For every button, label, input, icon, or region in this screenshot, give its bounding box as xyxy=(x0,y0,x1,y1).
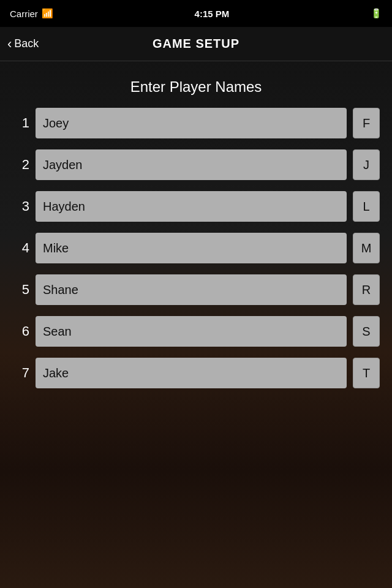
player-row: 3L xyxy=(12,191,380,222)
player-name-input-6[interactable] xyxy=(36,316,347,347)
player-number-7: 7 xyxy=(12,365,29,381)
back-chevron-icon: ‹ xyxy=(7,37,12,51)
status-bar-right: 🔋 xyxy=(371,8,382,19)
status-bar-time: 4:15 PM xyxy=(195,9,230,19)
player-row: 2J xyxy=(12,149,380,180)
player-number-2: 2 xyxy=(12,157,29,173)
player-initial-button-5[interactable]: R xyxy=(353,274,380,305)
status-bar-left: Carrier 📶 xyxy=(10,8,53,19)
player-row: 4M xyxy=(12,233,380,263)
page-title: GAME SETUP xyxy=(153,37,239,51)
status-bar: Carrier 📶 4:15 PM 🔋 xyxy=(0,0,392,27)
main-content: Enter Player Names 1F2J3L4M5R6S7T xyxy=(0,61,392,388)
carrier-label: Carrier xyxy=(10,9,38,19)
player-initial-button-7[interactable]: T xyxy=(353,358,380,388)
nav-bar: ‹ Back GAME SETUP xyxy=(0,27,392,61)
player-initial-button-4[interactable]: M xyxy=(353,233,380,263)
player-number-1: 1 xyxy=(12,115,29,131)
back-button[interactable]: ‹ Back xyxy=(7,37,39,51)
player-row: 7T xyxy=(12,358,380,388)
player-name-input-7[interactable] xyxy=(36,358,347,388)
player-number-3: 3 xyxy=(12,198,29,214)
player-row: 5R xyxy=(12,274,380,305)
player-name-input-4[interactable] xyxy=(36,233,347,263)
back-label: Back xyxy=(14,37,39,50)
player-row: 6S xyxy=(12,316,380,347)
section-title: Enter Player Names xyxy=(12,61,380,108)
player-number-6: 6 xyxy=(12,323,29,339)
player-initial-button-1[interactable]: F xyxy=(353,108,380,138)
player-initial-button-3[interactable]: L xyxy=(353,191,380,222)
player-number-5: 5 xyxy=(12,282,29,298)
player-name-input-5[interactable] xyxy=(36,274,347,305)
player-number-4: 4 xyxy=(12,240,29,256)
wifi-icon: 📶 xyxy=(42,8,53,19)
players-list: 1F2J3L4M5R6S7T xyxy=(12,108,380,388)
player-initial-button-6[interactable]: S xyxy=(353,316,380,347)
player-name-input-1[interactable] xyxy=(36,108,347,138)
player-name-input-3[interactable] xyxy=(36,191,347,222)
player-name-input-2[interactable] xyxy=(36,149,347,180)
player-row: 1F xyxy=(12,108,380,138)
battery-icon: 🔋 xyxy=(371,8,382,19)
player-initial-button-2[interactable]: J xyxy=(353,149,380,180)
